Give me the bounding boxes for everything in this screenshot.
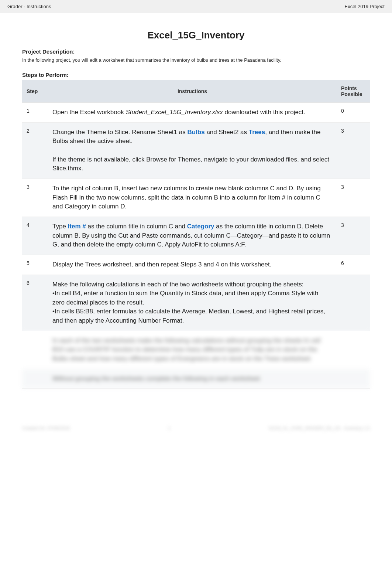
step-points: 3	[337, 122, 370, 178]
document-page: Grader - Instructions Excel 2019 Project…	[0, 0, 392, 575]
step-points: 0	[337, 103, 370, 123]
footer-left: Created On: 07/05/2019	[22, 426, 70, 431]
footer-center: 1	[168, 426, 171, 431]
step-number: 2	[22, 122, 48, 178]
step-number	[22, 369, 48, 389]
table-row: 2Change the Theme to Slice. Rename Sheet…	[22, 122, 370, 178]
table-header: Step Instructions Points Possible	[22, 80, 370, 103]
step-instructions: Display the Trees worksheet, and then re…	[48, 255, 337, 275]
table-row: 1Open the Excel workbook Student_Excel_1…	[22, 103, 370, 123]
table-row-blurred: Without grouping the worksheets complete…	[22, 369, 370, 389]
document-footer: Created On: 07/05/2019 1 GO19_XL_CH05_GR…	[0, 426, 392, 442]
step-instructions: Open the Excel workbook Student_Excel_15…	[48, 103, 337, 123]
step-points	[337, 275, 370, 331]
footer-right: GO19_XL_CH05_GRADER_5G_AS - Inventory 1.…	[269, 426, 370, 431]
step-number: 6	[22, 275, 48, 331]
header-left: Grader - Instructions	[7, 4, 51, 9]
step-points	[337, 369, 370, 389]
step-points: 6	[337, 255, 370, 275]
step-points: 3	[337, 217, 370, 255]
step-points	[337, 331, 370, 369]
step-instructions: Make the following calculations in each …	[48, 275, 337, 331]
steps-to-perform-label: Steps to Perform:	[22, 72, 370, 78]
step-instructions: Type Item # as the column title in colum…	[48, 217, 337, 255]
project-description-text: In the following project, you will edit …	[22, 57, 370, 64]
step-number: 4	[22, 217, 48, 255]
document-content: Excel_15G_Inventory Project Description:…	[0, 13, 392, 404]
table-body: 1Open the Excel workbook Student_Excel_1…	[22, 103, 370, 389]
step-points: 3	[337, 179, 370, 217]
step-instructions: In each of the two worksheets make the f…	[48, 331, 337, 369]
step-number: 1	[22, 103, 48, 123]
step-number: 3	[22, 179, 48, 217]
step-number	[22, 331, 48, 369]
step-instructions: Change the Theme to Slice. Rename Sheet1…	[48, 122, 337, 178]
table-row: 5Display the Trees worksheet, and then r…	[22, 255, 370, 275]
table-row: 4Type Item # as the column title in colu…	[22, 217, 370, 255]
table-row-blurred: In each of the two worksheets make the f…	[22, 331, 370, 369]
document-title: Excel_15G_Inventory	[22, 30, 370, 41]
header-right: Excel 2019 Project	[345, 4, 385, 9]
table-row: 3To the right of column B, insert two ne…	[22, 179, 370, 217]
col-header-step: Step	[22, 80, 48, 103]
step-instructions: Without grouping the worksheets complete…	[48, 369, 337, 389]
document-header: Grader - Instructions Excel 2019 Project	[0, 0, 392, 13]
steps-table: Step Instructions Points Possible 1Open …	[22, 80, 370, 389]
col-header-points: Points Possible	[337, 80, 370, 103]
project-description-label: Project Description:	[22, 48, 370, 55]
step-number: 5	[22, 255, 48, 275]
table-row: 6Make the following calculations in each…	[22, 275, 370, 331]
col-header-instructions: Instructions	[48, 80, 337, 103]
step-instructions: To the right of column B, insert two new…	[48, 179, 337, 217]
